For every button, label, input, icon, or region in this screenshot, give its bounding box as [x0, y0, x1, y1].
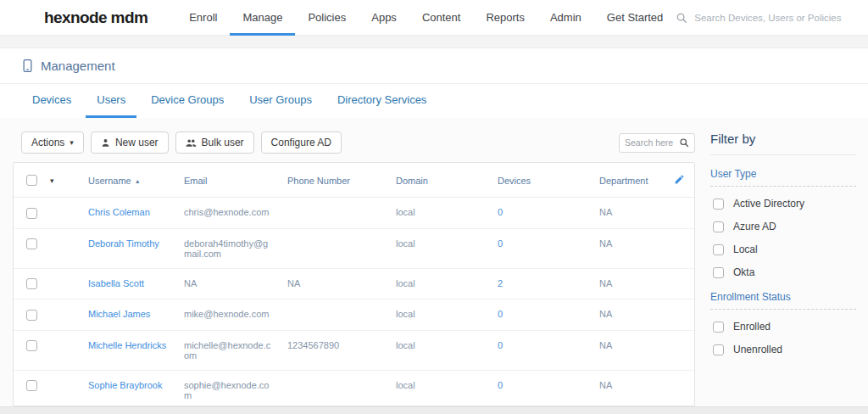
tab-directory-services[interactable]: Directory Services [326, 84, 437, 118]
new-user-button-label: New user [115, 137, 159, 148]
new-user-button[interactable]: New user [91, 131, 169, 154]
domain-cell: local [389, 228, 491, 268]
nav-reports[interactable]: Reports [473, 0, 537, 36]
tab-device-groups[interactable]: Device Groups [140, 84, 235, 118]
filter-option-label: Unenrolled [733, 344, 782, 355]
topbar-right: 7 ? [676, 6, 868, 29]
column-header-devices[interactable]: Devices [491, 163, 593, 198]
devices-count[interactable]: 0 [491, 198, 593, 229]
devices-count[interactable]: 0 [491, 228, 593, 268]
nav-manage[interactable]: Manage [230, 0, 295, 36]
devices-count[interactable]: 2 [491, 268, 593, 299]
column-header-department[interactable]: Department [593, 163, 667, 198]
column-header-domain[interactable]: Domain [389, 163, 491, 198]
filter-option-azure-ad[interactable]: Azure AD [710, 221, 856, 232]
table-row: Michael James mike@hexnode.com local 0 N… [14, 299, 694, 331]
row-checkbox[interactable] [26, 238, 37, 249]
search-icon [676, 12, 687, 24]
row-checkbox[interactable] [26, 208, 37, 219]
nav-content[interactable]: Content [409, 0, 474, 36]
users-table-card: ▾ Username▲ Email Phone Number Domain De… [13, 162, 695, 406]
nav-enroll[interactable]: Enroll [176, 0, 230, 36]
row-checkbox[interactable] [26, 278, 37, 289]
sort-ascending-icon: ▲ [135, 178, 141, 184]
username-link[interactable]: Isabella Scott [81, 268, 177, 299]
bulk-user-button[interactable]: Bulk user [175, 131, 254, 154]
configure-ad-button[interactable]: Configure AD [261, 131, 342, 154]
email-cell: mike@hexnode.com [177, 299, 281, 331]
filter-option-okta[interactable]: Okta [710, 266, 856, 278]
global-search-input[interactable] [694, 13, 855, 23]
department-cell: NA [593, 228, 667, 268]
search-icon[interactable] [679, 137, 689, 148]
username-link[interactable]: Sophie Braybrook [81, 370, 177, 406]
users-toolbar: Actions ▾ New user Bulk user Configure A… [13, 131, 695, 154]
filter-option-label: Okta [733, 266, 754, 278]
domain-cell: local [389, 370, 491, 406]
department-cell: NA [593, 268, 667, 299]
people-group-icon [186, 138, 197, 148]
email-cell: sophie@hexnode.com [177, 370, 281, 406]
global-search [676, 12, 868, 24]
filter-option-label: Active Directory [733, 198, 804, 210]
phone-cell: 1234567890 [281, 330, 389, 370]
filter-option-enrolled[interactable]: Enrolled [710, 321, 856, 333]
filter-checkbox[interactable] [713, 199, 724, 210]
phone-cell [281, 370, 389, 406]
column-header-username[interactable]: Username▲ [81, 163, 177, 198]
row-checkbox[interactable] [26, 340, 37, 351]
domain-cell: local [389, 299, 491, 331]
users-table: ▾ Username▲ Email Phone Number Domain De… [14, 163, 694, 406]
actions-button[interactable]: Actions ▾ [21, 131, 84, 154]
filter-checkbox[interactable] [713, 267, 724, 278]
phone-cell [281, 198, 389, 229]
username-link[interactable]: Michael James [81, 299, 177, 331]
page-title: Management [41, 59, 115, 73]
pencil-icon [674, 176, 685, 187]
main-nav: Enroll Manage Policies Apps Content Repo… [176, 0, 676, 36]
tab-users[interactable]: Users [86, 84, 136, 118]
tab-user-groups[interactable]: User Groups [238, 84, 323, 118]
table-row: Chris Coleman chris@hexnode.com local 0 … [14, 198, 694, 229]
tab-devices[interactable]: Devices [21, 84, 82, 118]
bulk-user-button-label: Bulk user [202, 137, 244, 148]
column-header-phone[interactable]: Phone Number [281, 163, 389, 198]
domain-cell: local [389, 330, 491, 370]
caret-down-icon: ▾ [70, 138, 74, 147]
filter-checkbox[interactable] [713, 221, 724, 232]
filter-option-active-directory[interactable]: Active Directory [710, 198, 856, 210]
filter-checkbox[interactable] [713, 344, 724, 355]
filter-checkbox[interactable] [713, 322, 724, 333]
column-header-email[interactable]: Email [177, 163, 281, 198]
table-header-row: ▾ Username▲ Email Phone Number Domain De… [14, 163, 694, 198]
nav-policies[interactable]: Policies [295, 0, 359, 36]
nav-get-started[interactable]: Get Started [594, 0, 676, 36]
select-menu-caret-icon[interactable]: ▾ [50, 176, 54, 185]
hexnode-logo[interactable]: hexnode mdm [44, 8, 147, 27]
row-checkbox[interactable] [26, 310, 37, 321]
devices-count[interactable]: 0 [491, 330, 593, 370]
filter-option-local[interactable]: Local [710, 243, 856, 255]
devices-count[interactable]: 0 [491, 370, 593, 406]
select-all-checkbox[interactable] [26, 175, 37, 186]
department-cell: NA [593, 198, 667, 229]
filter-by-title: Filter by [710, 131, 856, 155]
filter-option-unenrolled[interactable]: Unenrolled [710, 344, 856, 355]
department-cell: NA [593, 330, 667, 370]
username-link[interactable]: Chris Coleman [81, 198, 177, 229]
email-cell: NA [177, 268, 281, 299]
table-search-input[interactable] [625, 137, 677, 148]
filter-option-label: Local [733, 243, 758, 255]
nav-apps[interactable]: Apps [359, 0, 409, 36]
username-link[interactable]: Michelle Hendricks [81, 330, 177, 370]
phone-cell: NA [281, 268, 389, 299]
filter-group-user-type: User Type [710, 168, 856, 187]
username-link[interactable]: Deborah Timothy [81, 228, 177, 268]
edit-columns-button[interactable] [667, 163, 694, 198]
nav-admin[interactable]: Admin [537, 0, 594, 36]
management-header-band: Management [0, 48, 868, 84]
filter-checkbox[interactable] [713, 244, 724, 255]
devices-count[interactable]: 0 [491, 299, 593, 331]
row-checkbox[interactable] [26, 380, 37, 391]
table-row: Michelle Hendricks michelle@hexnode.com … [14, 330, 694, 370]
